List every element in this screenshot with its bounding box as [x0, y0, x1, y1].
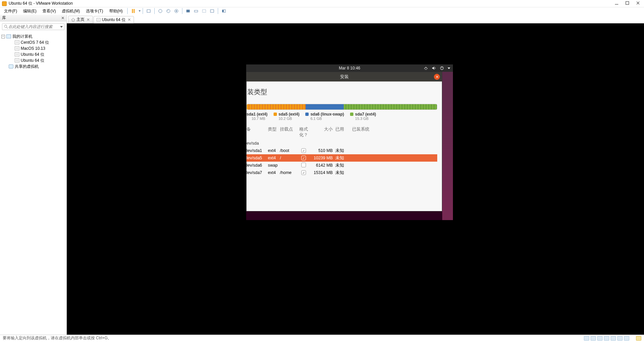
table-row[interactable]: lev/sda6swap6142 MB未知 [247, 162, 437, 169]
device-net-icon[interactable] [597, 336, 603, 341]
unity-button[interactable] [192, 8, 200, 14]
maximize-button[interactable] [625, 1, 629, 6]
svg-rect-14 [224, 10, 225, 12]
minimize-button[interactable] [615, 1, 619, 6]
folder-icon [9, 64, 13, 68]
computer-icon [6, 34, 11, 38]
gnome-top-bar: Mar 8 10:46 [246, 64, 453, 72]
legend-size: 15.3 GB [350, 117, 376, 121]
menu-help[interactable]: 帮助(H) [107, 8, 126, 15]
cell-format[interactable] [296, 148, 311, 153]
gnome-clock[interactable]: Mar 8 10:46 [339, 66, 360, 70]
device-display-icon[interactable] [624, 336, 629, 341]
snapshot-button[interactable] [157, 8, 164, 14]
table-row[interactable]: lev/sda7ext4/home15314 MB未知 [247, 169, 437, 176]
power-icon[interactable] [440, 66, 444, 70]
library-tree: − 我的计算机 CentOS 7 64 位 MacOS 10.13 Ubuntu… [0, 32, 66, 71]
message-log-icon[interactable] [636, 336, 641, 341]
menu-file[interactable]: 文件(F) [1, 8, 20, 15]
device-printer-icon[interactable] [617, 336, 623, 341]
table-row[interactable]: lev/sda5ext4/10239 MB未知 [247, 154, 437, 162]
legend-item: sda5 (ext4) 10.2 GB [274, 112, 300, 121]
snapshot-manager-button[interactable] [173, 8, 180, 14]
table-row[interactable]: lev/sda1ext4/boot510 MB未知 [247, 147, 437, 154]
network-icon[interactable] [424, 66, 428, 70]
installer-close-button[interactable]: ✕ [434, 74, 440, 80]
menu-edit[interactable]: 编辑(E) [20, 8, 39, 15]
search-input-wrap[interactable] [2, 23, 64, 30]
cell-type: ext4 [268, 170, 280, 175]
device-usb-icon[interactable] [604, 336, 609, 341]
status-tray [584, 336, 641, 341]
search-input[interactable] [8, 24, 60, 29]
cell-type: ext4 [268, 148, 280, 153]
menu-view[interactable]: 查看(V) [40, 8, 58, 15]
power-dropdown[interactable] [139, 10, 141, 12]
svg-rect-11 [202, 10, 206, 12]
tree-shared[interactable]: 共享的虚拟机 [0, 63, 66, 69]
tree-vm-item[interactable]: CentOS 7 64 位 [0, 39, 66, 45]
table-header: 备 类型 挂载点 格式化？ 大小 已用 已装系统 [247, 125, 437, 140]
cell-device: lev/sda5 [247, 156, 268, 160]
vm-viewport[interactable]: Mar 8 10:46 安装 ✕ 装类 [67, 23, 644, 335]
tab-home[interactable]: 主页 ✕ [68, 16, 93, 23]
console-view-button[interactable] [200, 8, 208, 14]
cell-format[interactable] [296, 163, 311, 168]
col-format: 格式化？ [296, 127, 311, 138]
svg-rect-4 [147, 10, 150, 12]
cell-format[interactable] [296, 156, 311, 161]
send-keys-button[interactable] [145, 8, 152, 14]
expander-icon[interactable]: − [1, 35, 5, 38]
cell-format[interactable] [296, 170, 311, 175]
system-menu-arrow-icon[interactable] [448, 67, 450, 69]
cell-device: lev/sda1 [247, 148, 268, 153]
installer-title: 安装 [340, 74, 349, 80]
tree-vm-item[interactable]: MacOS 10.13 [0, 45, 66, 51]
device-sound-icon[interactable] [611, 336, 616, 341]
menu-tabs[interactable]: 选项卡(T) [83, 8, 106, 15]
tab-vm-label: Ubuntu 64 位 [102, 17, 126, 23]
device-cd-icon[interactable] [591, 336, 596, 341]
fullscreen-button[interactable] [184, 8, 192, 14]
partition-bar[interactable] [247, 104, 437, 110]
tree-vm-item[interactable]: Ubuntu 64 位 [0, 51, 66, 57]
format-checkbox[interactable] [301, 156, 306, 160]
tree-root[interactable]: − 我的计算机 [0, 33, 66, 39]
sidebar-close-button[interactable]: ✕ [61, 16, 64, 20]
partition-seg-sda5[interactable] [247, 104, 306, 110]
cell-used: 未知 [335, 148, 352, 154]
stretch-button[interactable] [208, 8, 216, 14]
legend-item: sda1 (ext4) 10.7 MB [247, 112, 268, 121]
svg-point-8 [176, 10, 177, 12]
installer-heading: 装类型 [247, 88, 437, 97]
legend-swatch [305, 113, 309, 116]
format-checkbox[interactable] [301, 148, 306, 153]
vm-label: Ubuntu 64 位 [21, 52, 44, 57]
volume-icon[interactable] [432, 66, 436, 70]
tree-vm-item[interactable]: Ubuntu 64 位 [0, 57, 66, 63]
cell-mount: /home [280, 170, 296, 175]
table-group-row[interactable]: ev/sda [247, 140, 437, 147]
vm-icon [15, 58, 19, 62]
device-hdd-icon[interactable] [584, 336, 589, 341]
close-button[interactable] [636, 1, 640, 6]
tab-close-icon[interactable]: ✕ [87, 17, 90, 22]
format-checkbox[interactable] [301, 163, 306, 167]
svg-rect-12 [210, 10, 214, 12]
partition-seg-sda7[interactable] [344, 104, 437, 110]
library-toggle-button[interactable] [220, 8, 227, 14]
guest-screen[interactable]: Mar 8 10:46 安装 ✕ 装类 [246, 64, 453, 220]
cell-device: lev/sda6 [247, 163, 268, 168]
partition-seg-sda6[interactable] [306, 104, 344, 110]
partition-table: 备 类型 挂载点 格式化？ 大小 已用 已装系统 ev/sda [247, 125, 437, 176]
tab-vm[interactable]: Ubuntu 64 位 ✕ [94, 16, 134, 23]
status-bar: 要将输入定向到该虚拟机，请在虚拟机内部单击或按 Ctrl+G。 [0, 335, 644, 341]
pause-button[interactable] [130, 8, 137, 14]
svg-rect-10 [194, 10, 198, 12]
format-checkbox[interactable] [301, 170, 306, 175]
installer-titlebar[interactable]: 安装 ✕ [247, 72, 442, 81]
snapshot-revert-button[interactable] [165, 8, 172, 14]
search-dropdown-icon[interactable] [60, 26, 63, 28]
menu-vm[interactable]: 虚拟机(M) [59, 8, 83, 15]
tab-close-icon[interactable]: ✕ [128, 17, 131, 22]
